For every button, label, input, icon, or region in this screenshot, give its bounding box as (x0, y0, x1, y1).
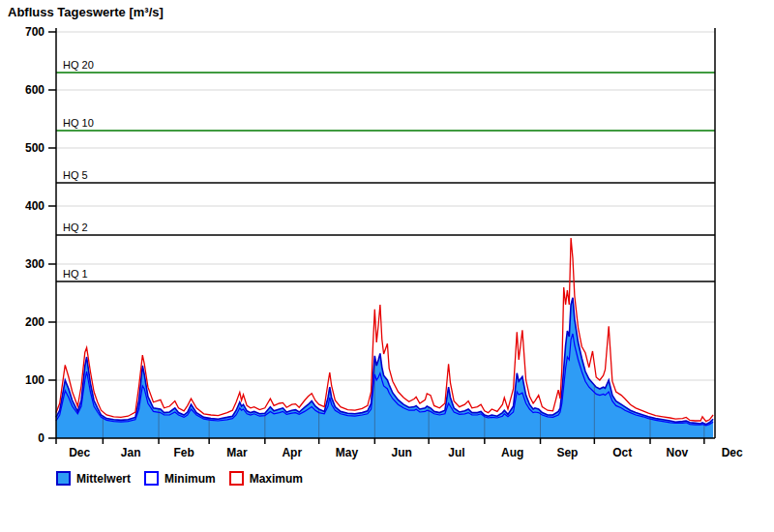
month-label: Oct (612, 446, 632, 459)
maximum-swatch-icon (229, 471, 244, 486)
hq-line-label: HQ 5 (63, 169, 88, 181)
month-label: Jan (121, 446, 141, 459)
y-tick-label: 200 (25, 315, 45, 329)
month-label: May (336, 446, 359, 459)
legend-item-maximum: Maximum (229, 471, 303, 486)
hq-line-label: HQ 1 (63, 268, 88, 280)
month-label: Jul (448, 446, 464, 459)
y-axis-ticks: 0100200300400500600700 (25, 25, 56, 445)
legend-item-minimum: Minimum (144, 471, 216, 486)
minimum-swatch-icon (144, 471, 159, 486)
hq-line-label: HQ 2 (63, 222, 88, 233)
y-tick-label: 0 (38, 431, 45, 445)
month-label: Feb (173, 446, 194, 459)
y-tick-label: 500 (25, 141, 45, 155)
month-label: Jun (392, 446, 412, 459)
month-label: Dec (69, 446, 90, 459)
month-label: Dec (722, 446, 743, 459)
legend-label-maximum: Maximum (250, 472, 303, 486)
mittelwert-swatch-icon (56, 471, 71, 486)
legend-item-mittelwert: Mittelwert (56, 471, 131, 486)
y-tick-label: 600 (25, 83, 45, 97)
y-tick-label: 400 (25, 199, 45, 213)
hq-reference-lines: HQ 20HQ 10HQ 5HQ 2HQ 1 (56, 59, 715, 281)
month-label: Nov (667, 446, 689, 459)
hq-line-label: HQ 20 (63, 59, 94, 71)
legend: Mittelwert Minimum Maximum (56, 471, 316, 486)
mittelwert-area-series (56, 298, 713, 438)
x-axis-ticks: DecJanFebMarAprMayJunJulAugSepOctNovDec (56, 438, 743, 459)
month-label: Sep (556, 446, 578, 459)
y-tick-label: 700 (25, 25, 45, 39)
month-label: Mar (226, 446, 248, 459)
legend-label-mittelwert: Mittelwert (76, 472, 131, 486)
y-tick-label: 300 (25, 257, 45, 271)
hq-line-label: HQ 10 (63, 117, 94, 129)
discharge-time-series-chart: HQ 20HQ 10HQ 5HQ 2HQ 1010020030040050060… (0, 0, 774, 466)
month-label: Apr (282, 446, 302, 459)
y-gridlines (56, 32, 715, 380)
discharge-chart-page: Abfluss Tageswerte [m³/s] HQ 20HQ 10HQ 5… (0, 0, 774, 532)
y-tick-label: 100 (25, 373, 45, 387)
month-label: Aug (501, 446, 523, 459)
legend-label-minimum: Minimum (164, 472, 216, 486)
